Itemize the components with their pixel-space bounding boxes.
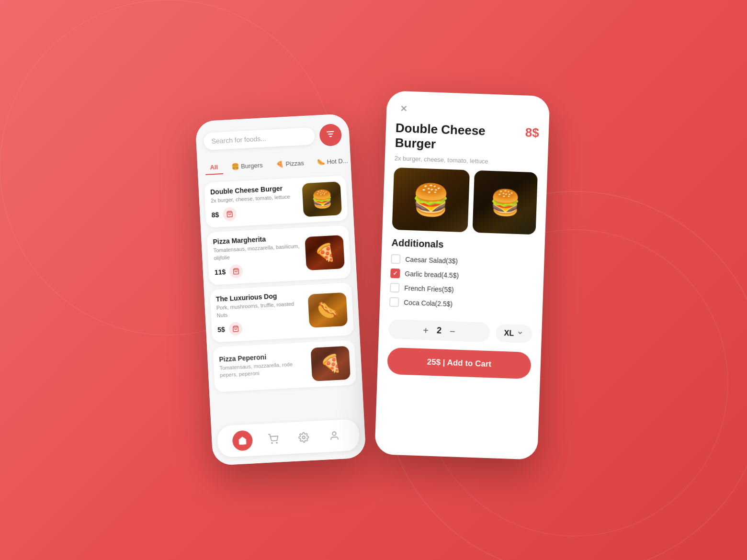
svg-point-9 bbox=[332, 432, 336, 436]
add-to-cart-hotdog[interactable] bbox=[228, 322, 242, 336]
detail-img-main: 🍔 bbox=[392, 168, 470, 232]
checkbox-fries[interactable] bbox=[390, 283, 400, 293]
category-burgers-icon: 🍔 bbox=[231, 163, 239, 170]
add-to-cart-pizza[interactable] bbox=[229, 264, 243, 278]
food-price-row-pizza: 11$ bbox=[214, 261, 302, 279]
food-info-burger: Double Cheese Burger 2x burger, cheese, … bbox=[210, 184, 299, 222]
filter-button[interactable] bbox=[319, 123, 342, 146]
category-hotdogs-icon: 🌭 bbox=[317, 158, 325, 166]
category-hotdogs-label: Hot D... bbox=[327, 157, 348, 165]
category-hotdogs[interactable]: 🌭 Hot D... bbox=[312, 154, 351, 169]
additional-cola: Coca Cola(2.5$) bbox=[389, 297, 533, 312]
food-price-pizza: 11$ bbox=[215, 268, 226, 276]
food-desc-hotdog: Pork, mushrooms, truffle, roasted Nuts bbox=[216, 300, 304, 319]
additional-cola-label: Coca Cola(2.5$) bbox=[404, 299, 453, 308]
food-list: Double Cheese Burger 2x burger, cheese, … bbox=[198, 171, 364, 426]
food-price-burger: 8$ bbox=[211, 211, 219, 219]
additional-caesar-label: Caesar Salad(3$) bbox=[405, 256, 458, 265]
nav-settings[interactable] bbox=[293, 427, 314, 448]
nav-home[interactable] bbox=[232, 430, 253, 451]
additional-garlic: Garlic bread(4.5$) bbox=[390, 269, 534, 283]
detail-title-row: Double Cheese Burger 8$ bbox=[385, 120, 549, 158]
food-price-hotdog: 5$ bbox=[217, 325, 225, 334]
qty-minus-button[interactable]: − bbox=[450, 326, 455, 336]
add-to-cart-button[interactable]: 25$ | Add to Cart bbox=[387, 347, 532, 379]
order-controls: + 2 − XL bbox=[388, 319, 532, 344]
category-pizzas[interactable]: 🍕 Pizzas bbox=[271, 157, 309, 171]
category-all-label: All bbox=[210, 163, 218, 171]
category-pizzas-label: Pizzas bbox=[285, 159, 304, 168]
svg-point-8 bbox=[302, 436, 305, 439]
checkbox-cola[interactable] bbox=[389, 297, 399, 307]
food-card-pizza[interactable]: Pizza Margherita Tomatensaus, mozzarella… bbox=[207, 225, 351, 285]
detail-item-price: 8$ bbox=[525, 125, 539, 140]
additional-fries-label: French Fries(5$) bbox=[404, 284, 454, 294]
checkbox-caesar[interactable] bbox=[391, 254, 401, 264]
add-to-cart-burger[interactable] bbox=[223, 207, 237, 221]
bottom-nav bbox=[217, 419, 360, 458]
search-placeholder: Search for foods... bbox=[211, 134, 266, 145]
svg-line-4 bbox=[234, 269, 238, 270]
food-img-pizza2: 🍕 bbox=[311, 346, 351, 381]
detail-img-secondary: 🍔 bbox=[473, 170, 538, 235]
food-price-row-burger: 8$ bbox=[211, 204, 299, 222]
checkbox-garlic[interactable] bbox=[390, 269, 400, 279]
additional-caesar: Caesar Salad(3$) bbox=[391, 254, 535, 269]
detail-header bbox=[386, 90, 550, 126]
food-info-pizza: Pizza Margherita Tomatensaus, mozzarella… bbox=[213, 234, 302, 279]
food-img-burger: 🍔 bbox=[302, 181, 342, 217]
category-burgers[interactable]: 🍔 Burgers bbox=[226, 158, 268, 173]
right-phone: Double Cheese Burger 8$ 2x burger, chees… bbox=[374, 90, 550, 459]
quantity-control: + 2 − bbox=[388, 319, 490, 342]
close-button[interactable] bbox=[396, 101, 412, 116]
nav-profile[interactable] bbox=[324, 425, 345, 446]
chevron-down-icon bbox=[517, 329, 524, 337]
filter-icon bbox=[326, 129, 336, 141]
food-img-pizza: 🍕 bbox=[305, 235, 345, 270]
food-price-row-hotdog: 5$ bbox=[217, 318, 305, 336]
food-card-burger[interactable]: Double Cheese Burger 2x burger, cheese, … bbox=[204, 176, 348, 228]
food-card-pizza2[interactable]: Pizza Peperoni Tomatensaus, mozzarella, … bbox=[213, 340, 357, 392]
detail-item-name: Double Cheese Burger bbox=[395, 121, 501, 154]
qty-plus-button[interactable]: + bbox=[423, 325, 429, 335]
svg-line-3 bbox=[227, 213, 232, 213]
food-desc-pizza2: Tomatensaus, mozzarella, rode pepers, pe… bbox=[219, 360, 307, 379]
search-input-wrap[interactable]: Search for foods... bbox=[204, 127, 316, 150]
left-phone: Search for foods... All 🍔 Burg bbox=[195, 113, 366, 466]
food-desc-pizza: Tomatensaus, mozzarella, basilicum, olij… bbox=[213, 243, 301, 262]
additionals-section: Additionals Caesar Salad(3$) Garlic brea… bbox=[380, 237, 545, 317]
food-img-hotdog: 🌭 bbox=[308, 292, 348, 328]
food-info-pizza2: Pizza Peperoni Tomatensaus, mozzarella, … bbox=[219, 351, 307, 383]
svg-point-7 bbox=[276, 442, 277, 443]
quantity-value: 2 bbox=[434, 325, 444, 336]
food-card-hotdog[interactable]: The Luxurious Dog Pork, mushrooms, truff… bbox=[210, 282, 354, 342]
additional-fries: French Fries(5$) bbox=[390, 283, 534, 297]
category-burgers-label: Burgers bbox=[241, 162, 263, 170]
category-pizzas-icon: 🍕 bbox=[276, 160, 284, 168]
add-to-cart-label: 25$ | Add to Cart bbox=[427, 358, 491, 369]
size-value: XL bbox=[504, 329, 514, 338]
nav-cart[interactable] bbox=[262, 428, 283, 449]
food-info-hotdog: The Luxurious Dog Pork, mushrooms, truff… bbox=[216, 291, 305, 336]
size-selector[interactable]: XL bbox=[495, 324, 532, 343]
additional-garlic-label: Garlic bread(4.5$) bbox=[405, 270, 459, 280]
images-row: 🍔 🍔 bbox=[382, 168, 547, 243]
svg-point-6 bbox=[272, 443, 272, 444]
category-all[interactable]: All bbox=[205, 160, 223, 175]
svg-line-5 bbox=[233, 327, 238, 327]
